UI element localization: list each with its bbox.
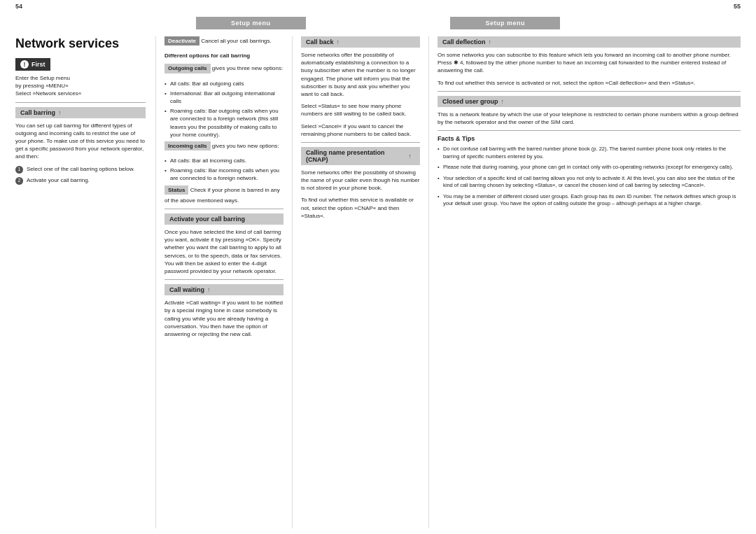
outgoing-calls-text: Outgoing calls gives you three new optio… [164, 64, 284, 75]
header-bar: Setup menu Setup menu [0, 13, 756, 31]
header-tab-right: Setup menu [450, 17, 560, 29]
first-box: ! First [15, 58, 50, 71]
facts-tips-header: Facts & Tips [438, 135, 741, 142]
activate-body: Once you have selected the kind of call … [164, 228, 284, 275]
page-container: 54 55 Setup menu Setup menu Network serv… [0, 0, 756, 534]
header-inner: Setup menu Setup menu [196, 17, 560, 29]
divider6 [438, 130, 741, 131]
incoming-calls-label: Incoming calls [164, 141, 211, 150]
calling-name-label: Calling name presentation (CNAP) [306, 149, 405, 163]
call-deflection-section: Call deflection On some networks you can… [438, 36, 741, 87]
signal-icon [58, 109, 65, 116]
step2: 2 Activate your call barring. [15, 176, 146, 185]
center-right-column: Call back Some networks offer the possib… [292, 36, 428, 528]
divider2 [164, 209, 284, 209]
diff-options-header: Different options for call barring [164, 52, 284, 59]
bullet4: All calls: Bar all incoming calls. [164, 157, 284, 164]
call-deflection-header: Call deflection [438, 36, 741, 48]
divider1 [15, 102, 146, 103]
call-back-body1: Some networks offer the possibility of a… [301, 51, 420, 98]
bullet5: Roaming calls: Bar incoming calls when y… [164, 167, 284, 182]
facts-tip2: Please note that during roaming, your ph… [438, 164, 741, 171]
bullet2: International: Bar all outgoing internat… [164, 90, 284, 105]
facts-tip4: You may be a member of different closed … [438, 193, 741, 208]
calling-name-header: Calling name presentation (CNAP) [301, 147, 420, 165]
call-barring-body: You can set up call barring for differen… [15, 122, 146, 161]
signal-icon4 [408, 153, 415, 160]
signal-icon2 [207, 286, 214, 293]
calling-name-body1: Some networks offer the possibility of s… [301, 169, 420, 192]
first-line3: Select »Network services« [15, 90, 146, 97]
call-waiting-header: Call waiting [164, 284, 284, 295]
step1-text: Select one of the call barring options b… [27, 165, 134, 174]
call-waiting-body: Activate »Call waiting« if you want to b… [164, 299, 284, 338]
first-desc: Enter the Setup menu by pressing »MENU« … [15, 74, 146, 98]
status-label: Status [164, 185, 188, 195]
incoming-calls-text: Incoming calls gives you two new options… [164, 141, 284, 153]
page-number-right: 55 [734, 3, 741, 10]
right-column: Call deflection On some networks you can… [428, 36, 741, 528]
call-deflection-body1: On some networks you can subscribe to th… [438, 51, 741, 75]
step2-text: Activate your call barring. [27, 176, 90, 185]
header-tab-left: Setup menu [196, 17, 306, 29]
closed-user-section: Closed user group This is a network feat… [438, 96, 741, 126]
calling-name-body2: To find out whether this service is avai… [301, 196, 420, 220]
divider5 [438, 91, 741, 92]
call-back-header: Call back [301, 36, 420, 48]
call-back-body2: Select »Status« to see how many phone nu… [301, 102, 420, 118]
step1: 1 Select one of the call barring options… [15, 165, 146, 174]
closed-user-body: This is a network feature by which the u… [438, 111, 741, 126]
outgoing-calls-label: Outgoing calls [164, 64, 211, 73]
deactivate-text: Deactivate Cancel all your call barrings… [164, 36, 284, 48]
call-back-label: Call back [306, 38, 334, 45]
closed-user-label: Closed user group [442, 98, 498, 105]
call-waiting-label: Call waiting [169, 286, 204, 293]
call-deflection-label: Call deflection [442, 38, 486, 45]
deactivate-body: Cancel all your call barrings. [201, 38, 272, 44]
call-deflection-body2: To find out whether this service is acti… [438, 79, 741, 87]
call-barring-header: Call barring [15, 107, 146, 118]
step2-num: 2 [15, 177, 23, 185]
page-title: Network services [15, 36, 146, 51]
signal-icon5 [489, 38, 496, 45]
first-label: First [31, 61, 46, 68]
first-line2: by pressing »MENU« [15, 82, 146, 90]
exclamation-icon: ! [20, 60, 29, 69]
signal-icon6 [501, 98, 508, 105]
divider4 [301, 142, 420, 143]
status-text: Status Check if your phone is barred in … [164, 185, 284, 204]
signal-icon3 [337, 38, 344, 45]
call-barring-label: Call barring [20, 109, 55, 116]
call-back-body3: Select »Cancel« if you want to cancel th… [301, 122, 420, 138]
facts-tip3: Your selection of a specific kind of cal… [438, 175, 741, 190]
page-numbers: 54 55 [0, 0, 756, 13]
bullet3: Roaming calls: Bar outgoing calls when y… [164, 107, 284, 139]
closed-user-header: Closed user group [438, 96, 741, 107]
center-left-column: Deactivate Cancel all your call barrings… [155, 36, 292, 528]
bullet1: All calls: Bar all outgoing calls [164, 80, 284, 87]
deactivate-label: Deactivate [164, 36, 200, 45]
first-line1: Enter the Setup menu [15, 74, 146, 82]
page-number-left: 54 [15, 3, 22, 10]
main-content: Network services ! First Enter the Setup… [0, 31, 756, 534]
activate-header: Activate your call barring [164, 213, 284, 225]
left-column: Network services ! First Enter the Setup… [15, 36, 155, 528]
step1-num: 1 [15, 166, 23, 174]
facts-tip1: Do not confuse call barring with the bar… [438, 146, 741, 160]
divider3 [164, 279, 284, 280]
diff-options-bold: Different options for call barring [164, 52, 250, 59]
activate-label: Activate your call barring [169, 216, 245, 223]
